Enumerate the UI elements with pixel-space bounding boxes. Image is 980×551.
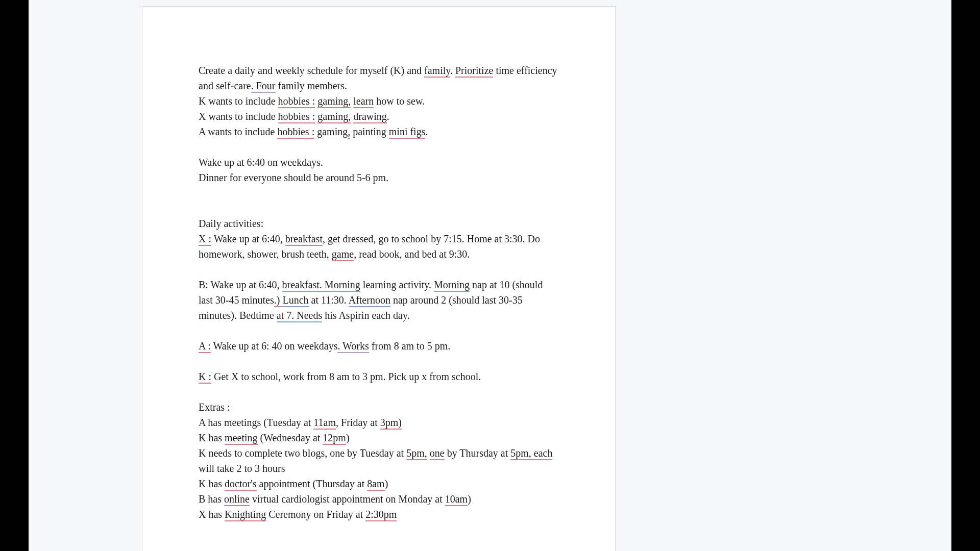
para-k-hobbies[interactable]: K wants to include hobbies : gaming, lea…	[199, 93, 559, 109]
text: painting	[350, 126, 389, 137]
text: at 11:30.	[309, 294, 349, 306]
para-k-meeting[interactable]: K has meeting (Wednesday at 12pm)	[199, 430, 559, 445]
para-k-schedule[interactable]: K : Get X to school, work from 8 am to 3…	[199, 369, 559, 384]
spellcheck-span: game	[332, 248, 354, 261]
text: Wake up at 6:40,	[211, 233, 285, 244]
para-k-blogs[interactable]: K needs to complete two blogs, one by Tu…	[199, 445, 559, 476]
para-wake[interactable]: Wake up at 6:40 on weekdays.	[199, 155, 559, 170]
spellcheck-span: gaming,	[317, 111, 351, 123]
para-b-schedule[interactable]: B: Wake up at 6:40, breakfast. Morning l…	[199, 277, 559, 323]
letterbox-left	[0, 0, 29, 551]
spellcheck-span: Prioritize	[455, 65, 493, 78]
para-a-schedule[interactable]: A : Wake up at 6: 40 on weekdays. Works …	[199, 338, 559, 354]
para-extras-header[interactable]: Extras :	[199, 399, 559, 415]
blank-line	[199, 384, 559, 399]
spellcheck-span: drawing	[353, 111, 387, 123]
text: A has meetings (Tuesday at	[199, 417, 313, 428]
spellcheck-span: doctor's	[225, 478, 256, 491]
spellcheck-span: breakfast	[285, 233, 323, 246]
document-body[interactable]: Create a daily and weekly schedule for m…	[199, 63, 559, 522]
spellcheck-span: 11am	[313, 417, 336, 430]
blank-line	[199, 323, 559, 338]
para-x-schedule[interactable]: X : Wake up at 6:40, breakfast, get dres…	[199, 231, 559, 262]
text: from 8 am to 5 pm.	[369, 340, 450, 352]
spellcheck-span: K :	[199, 371, 211, 384]
text: X wants to include	[199, 111, 278, 122]
grammar-span: at 7. Needs	[277, 310, 322, 322]
text: appointment (Thursday at	[257, 478, 368, 489]
text: Ceremony on Friday at	[266, 509, 365, 520]
text: his Aspirin each day.	[322, 310, 409, 321]
para-intro[interactable]: Create a daily and weekly schedule for m…	[199, 63, 559, 93]
text: , Friday at	[336, 417, 380, 428]
blank-line	[199, 201, 559, 216]
text: family members.	[276, 80, 348, 91]
letterbox-right	[951, 0, 980, 551]
para-x-hobbies[interactable]: X wants to include hobbies : gaming, dra…	[199, 109, 559, 124]
spellcheck-span: 8am	[367, 478, 384, 491]
grammar-span: Morning	[434, 279, 470, 292]
para-a-hobbies[interactable]: A wants to include hobbies : gaming, pai…	[199, 124, 559, 139]
spellcheck-span: online	[224, 493, 250, 506]
text: how to sew.	[374, 95, 425, 107]
text: Create a daily and weekly schedule for m…	[199, 65, 424, 76]
grammar-span: . Works	[337, 340, 369, 353]
text: , read book, and bed at 9:30.	[354, 248, 470, 260]
text: K has	[199, 432, 225, 443]
spellcheck-span: gaming,	[317, 95, 351, 108]
blank-line	[199, 354, 559, 369]
canvas-background: Create a daily and weekly schedule for m…	[29, 0, 951, 551]
spellcheck-span: X :	[199, 233, 211, 246]
spellcheck-span: hobbies :	[277, 126, 314, 139]
grammar-span: Afternoon	[349, 294, 390, 307]
spellcheck-span: 5pm,	[406, 447, 427, 460]
spellcheck-span: hobbies :	[278, 111, 315, 123]
text: (Wednesday at	[258, 432, 323, 443]
grammar-span: breakfast. Morning	[282, 279, 360, 292]
para-dinner[interactable]: Dinner for everyone should be around 5-6…	[199, 170, 559, 185]
text: K has	[199, 478, 225, 489]
spellcheck-span: 10am	[445, 493, 468, 506]
text: will take 2 to 3 hours	[199, 463, 285, 474]
grammar-span: Lunch	[280, 294, 308, 307]
spellcheck-span: A :	[199, 340, 211, 353]
spellcheck-span: 3pm)	[380, 417, 402, 430]
spellcheck-span: 2:30pm	[365, 509, 397, 521]
text: .	[425, 126, 428, 137]
spellcheck-span: 12pm	[323, 432, 346, 445]
text: by Thursday at	[445, 447, 511, 459]
text: .	[387, 111, 389, 122]
spellcheck-span: .)	[274, 294, 280, 307]
spellcheck-span: Knighting	[225, 509, 266, 521]
text: )	[385, 478, 388, 489]
text: )	[346, 432, 350, 443]
blank-line	[199, 185, 559, 201]
spellcheck-span: family	[424, 65, 450, 78]
text: learning activity.	[360, 279, 434, 290]
para-x-knighting[interactable]: X has Knighting Ceremony on Friday at 2:…	[199, 507, 559, 522]
document-page[interactable]: Create a daily and weekly schedule for m…	[142, 6, 616, 551]
text: gaming	[314, 126, 348, 137]
spellcheck-span: hobbies :	[278, 95, 315, 108]
text: B has	[199, 493, 224, 505]
text: Get X to school, work from 8 am to 3 pm.…	[211, 371, 481, 382]
spellcheck-span: one	[430, 447, 445, 460]
para-b-cardiologist[interactable]: B has online virtual cardiologist appoin…	[199, 491, 559, 507]
text: K wants to include	[199, 95, 278, 107]
spellcheck-span: learn	[353, 95, 374, 108]
text: K needs to complete two blogs, one by Tu…	[199, 447, 406, 459]
text: .	[450, 65, 455, 76]
text: X has	[199, 509, 225, 520]
blank-line	[199, 262, 559, 277]
spellcheck-span: mini figs	[389, 126, 426, 139]
blank-line	[199, 139, 559, 155]
text: Wake up at 6: 40 on weekdays	[211, 340, 338, 352]
para-daily-activities[interactable]: Daily activities:	[199, 216, 559, 231]
text: )	[468, 493, 471, 505]
spellcheck-span: 5pm, each	[510, 447, 552, 460]
text: B: Wake up at 6:40,	[199, 279, 282, 290]
text: virtual cardiologist appointment on Mond…	[250, 493, 445, 505]
para-k-doctor[interactable]: K has doctor's appointment (Thursday at …	[199, 476, 559, 491]
para-a-meetings[interactable]: A has meetings (Tuesday at 11am, Friday …	[199, 415, 559, 430]
text: A wants to include	[199, 126, 277, 137]
